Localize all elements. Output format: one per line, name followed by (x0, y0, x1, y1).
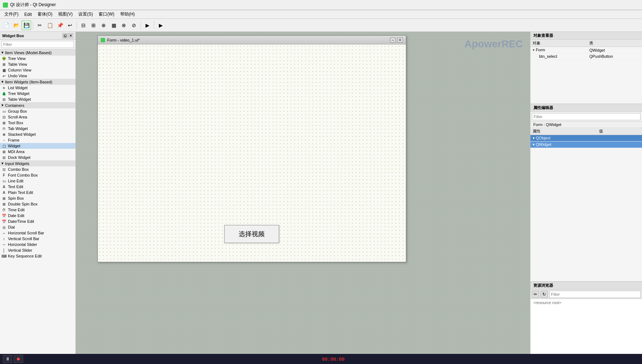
widget-item-group-box[interactable]: ▭ Group Box (0, 108, 75, 114)
menu-help[interactable]: 帮助(H) (117, 10, 138, 18)
widget-item-datetime-edit[interactable]: 📅 Date/Time Edit (0, 218, 75, 224)
layout-h-button[interactable]: ⊟ (79, 21, 88, 30)
resource-root-label: <resource root> (533, 300, 561, 305)
layout-v-button[interactable]: ⊞ (89, 21, 98, 30)
tree-widget-label: Tree Widget (8, 91, 30, 96)
prop-expand-qobject[interactable]: ▾ (533, 136, 535, 140)
font-combo-box-label: Font Combo Box (8, 173, 38, 177)
widget-item-undo-view[interactable]: ↩ Undo View (0, 73, 75, 79)
widget-item-key-seq-edit[interactable]: ⌨ Key Sequence Edit (0, 253, 75, 259)
layout-form-button[interactable]: ▦ (109, 21, 118, 30)
layout-adjust-button[interactable]: ⊘ (129, 21, 139, 30)
widget-item-mdi-area[interactable]: ⊞ MDI Area (0, 149, 75, 155)
text-edit-icon: A (1, 184, 6, 189)
prop-section-qobject[interactable]: ▾ QObject (530, 135, 642, 142)
tree-widget-icon: 🌲 (1, 91, 6, 96)
widget-filter-input[interactable] (1, 41, 74, 48)
widget-item-text-edit[interactable]: A Text Edit (0, 184, 75, 190)
layout-grid-button[interactable]: ⊕ (99, 21, 108, 30)
tool-box-icon: ⊞ (1, 120, 6, 125)
group-box-icon: ▭ (1, 109, 6, 114)
vslider-icon: │ (1, 248, 6, 253)
resource-filter-input[interactable] (549, 291, 641, 298)
section-item-views[interactable]: ▾ Item Views (Model-Based) (0, 49, 75, 56)
widget-item-spin-box[interactable]: ⊞ Spin Box (0, 195, 75, 201)
layout-break-button[interactable]: ⊗ (119, 21, 129, 30)
filter-box (0, 40, 75, 49)
widget-item-tree-widget[interactable]: 🌲 Tree Widget (0, 91, 75, 96)
widget-item-dock-widget[interactable]: ⊟ Dock Widget (0, 155, 75, 160)
status-pause-button[interactable]: ⏸ (3, 355, 12, 363)
form-select-video-button[interactable]: 选择视频 (224, 225, 279, 243)
widget-item-line-edit[interactable]: ▭ Line Edit (0, 178, 75, 184)
spin-box-icon: ⊞ (1, 196, 6, 201)
widget-item-vscrollbar[interactable]: ↕ Vertical Scroll Bar (0, 236, 75, 242)
section-containers[interactable]: ▾ Containers (0, 102, 75, 108)
dock-widget-icon: ⊟ (1, 155, 6, 160)
prop-section-qwidget[interactable]: ▾ QWidget (530, 142, 642, 148)
widget-item-tree-view[interactable]: 🌳 Tree View (0, 56, 75, 61)
widget-item-frame[interactable]: ▫ Frame (0, 137, 75, 143)
widget-box-title: Widget Box (2, 34, 24, 38)
prop-col-property: 属性 (530, 128, 597, 135)
obj-row-btn-select[interactable]: btn_select QPushButton (530, 53, 642, 60)
preview-button[interactable]: ▶ (143, 21, 152, 30)
widget-item-double-spin-box[interactable]: ⊞ Double Spin Box (0, 201, 75, 207)
datetime-edit-icon: 📅 (1, 219, 6, 224)
menu-form[interactable]: 窗体(O) (35, 10, 55, 18)
widget-item-dial[interactable]: ◎ Dial (0, 224, 75, 230)
open-button[interactable]: 📂 (12, 21, 21, 30)
widget-item-tab-widget[interactable]: ⊓ Tab Widget (0, 126, 75, 131)
paste-button[interactable]: 📌 (55, 21, 65, 30)
form-close-button[interactable]: ✕ (397, 38, 403, 43)
obj-cell-btn-class: QPushButton (587, 53, 642, 60)
widget-item-date-edit[interactable]: 📅 Date Edit (0, 213, 75, 218)
time-edit-label: Time Edit (8, 208, 25, 212)
widget-item-hscrollbar[interactable]: ↔ Horizontal Scroll Bar (0, 230, 75, 236)
widget-item-stacked-widget[interactable]: ⊕ Stacked Widget (0, 131, 75, 137)
widget-item-column-view[interactable]: ▦ Column View (0, 67, 75, 73)
undo-view-label: Undo View (8, 74, 27, 78)
new-button[interactable]: 📄 (1, 21, 11, 30)
form-minimize-button[interactable]: ─ (390, 38, 396, 43)
menu-edit[interactable]: Edit (21, 11, 35, 18)
toolbar: 📄 📂 💾 ✂ 📋 📌 ↩ ⊟ ⊞ ⊕ ▦ ⊗ ⊘ ▶ ▶ (0, 19, 642, 32)
form-title-left: Form - video_1.ui* (101, 38, 140, 42)
column-view-label: Column View (8, 68, 31, 72)
obj-expand-form[interactable]: ▾ (533, 48, 535, 52)
prop-filter-input[interactable] (532, 113, 641, 120)
key-seq-edit-icon: ⌨ (1, 254, 6, 259)
widget-item-tool-box[interactable]: ⊞ Tool Box (0, 120, 75, 126)
resource-refresh-button[interactable]: ↻ (541, 291, 548, 298)
widget-item-time-edit[interactable]: ⏱ Time Edit (0, 207, 75, 213)
menu-view[interactable]: 视图(V) (55, 10, 75, 18)
obj-row-form[interactable]: ▾ Form QWidget (530, 47, 642, 53)
widget-box-close[interactable]: ✕ (68, 33, 73, 38)
prop-expand-qwidget[interactable]: ▾ (533, 142, 535, 147)
widget-item-hslider[interactable]: ─ Horizontal Slider (0, 242, 75, 247)
status-record-button[interactable]: ⏺ (14, 355, 23, 363)
form-title-bar: Form - video_1.ui* ─ ✕ (98, 36, 406, 44)
save-button[interactable]: 💾 (22, 21, 31, 30)
obj-cell-form-name: ▾ Form (530, 47, 587, 53)
cut-button[interactable]: ✂ (35, 21, 44, 30)
menu-file[interactable]: 文件(F) (1, 10, 21, 18)
widget-item-widget[interactable]: ▢ Widget (0, 143, 75, 149)
widget-item-list-widget[interactable]: ≡ List Widget (0, 85, 75, 91)
widget-item-table-view[interactable]: ⊞ Table View (0, 61, 75, 67)
widget-item-scroll-area[interactable]: ⊡ Scroll Area (0, 114, 75, 120)
menu-window[interactable]: 窗口(W) (96, 10, 117, 18)
widget-item-font-combo-box[interactable]: F Font Combo Box (0, 172, 75, 178)
widget-item-table-widget[interactable]: ⊟ Table Widget (0, 96, 75, 102)
menu-settings[interactable]: 设置(S) (75, 10, 96, 18)
widget-item-combo-box[interactable]: ⊡ Combo Box (0, 166, 75, 172)
undo-button[interactable]: ↩ (65, 21, 75, 30)
run-button[interactable]: ▶ (156, 21, 165, 30)
widget-item-plain-text-edit[interactable]: A Plain Text Edit (0, 190, 75, 195)
section-input-widgets[interactable]: ▾ Input Widgets (0, 160, 75, 166)
copy-button[interactable]: 📋 (45, 21, 55, 30)
widget-item-vslider[interactable]: │ Vertical Slider (0, 247, 75, 253)
section-item-widgets[interactable]: ▾ Item Widgets (Item-Based) (0, 79, 75, 85)
resource-edit-button[interactable]: ✏ (532, 291, 539, 298)
widget-box-float[interactable]: ◱ (62, 33, 68, 38)
